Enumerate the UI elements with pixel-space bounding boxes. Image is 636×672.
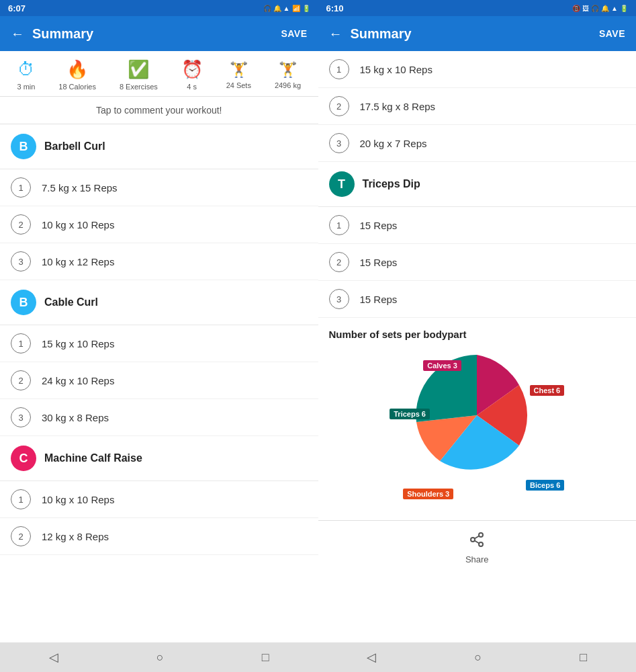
pie-label-shoulders: Shoulders 3 xyxy=(403,489,453,499)
partial-set-1: 1 15 kg x 10 Reps xyxy=(318,51,637,88)
right-app-bar: ← Summary SAVE xyxy=(318,16,637,51)
chart-section: Number of sets per bodypart xyxy=(318,318,637,520)
wifi-icon: ▲ xyxy=(283,5,290,12)
pie-label-chest: Chest 6 xyxy=(530,385,565,396)
signal-icon: 📶 xyxy=(292,5,300,12)
machine-calf-raise-avatar: C xyxy=(11,446,36,471)
right-nav-back-icon[interactable]: ◁ xyxy=(367,650,376,665)
barbell-curl-set-2: 2 10 kg x 10 Reps xyxy=(0,206,318,243)
share-icon xyxy=(469,532,485,552)
chart-title: Number of sets per bodypart xyxy=(329,329,626,340)
set-number-td3: 3 xyxy=(329,289,349,309)
right-nav-recent-icon[interactable]: □ xyxy=(580,650,587,665)
partial-set-detail-2: 17.5 kg x 8 Reps xyxy=(360,101,436,112)
svg-line-3 xyxy=(475,541,480,544)
alarm-icon: ⏰ xyxy=(181,59,203,80)
stat-calories-label: 18 Calories xyxy=(58,83,96,91)
right-nav-home-icon[interactable]: ○ xyxy=(474,650,482,665)
dumbbell-icon: 🏋 xyxy=(230,61,248,79)
stat-time: ⏱ 3 min xyxy=(17,59,35,91)
right-status-time: 6:10 xyxy=(326,3,344,13)
stat-sets: 🏋 24 Sets xyxy=(226,61,251,89)
share-label: Share xyxy=(465,554,489,564)
stats-bar: ⏱ 3 min 🔥 18 Calories ✅ 8 Exercises ⏰ 4 … xyxy=(0,51,318,97)
stat-exercises-label: 8 Exercises xyxy=(120,83,158,91)
left-save-button[interactable]: SAVE xyxy=(281,28,307,39)
set-detail-1: 7.5 kg x 15 Reps xyxy=(42,182,118,194)
barbell-curl-avatar: B xyxy=(11,134,36,159)
stat-duration-label: 4 s xyxy=(187,83,197,91)
partial-set-num-1: 1 xyxy=(329,59,349,79)
exercise-header-machine-calf-raise[interactable]: C Machine Calf Raise xyxy=(0,436,318,481)
timer-icon: ⏱ xyxy=(17,59,35,80)
weight-icon: 🏋 xyxy=(279,61,297,79)
left-nav-home-icon[interactable]: ○ xyxy=(156,650,164,665)
left-back-button[interactable]: ← xyxy=(11,26,24,42)
right-save-button[interactable]: SAVE xyxy=(599,28,625,39)
set-number-mc1: 1 xyxy=(11,489,31,509)
exercise-header-barbell-curl[interactable]: B Barbell Curl xyxy=(0,124,318,169)
set-number-1: 1 xyxy=(11,177,31,198)
pie-label-calves: Calves 3 xyxy=(423,360,461,371)
set-detail-td2: 15 Reps xyxy=(360,257,398,268)
exercise-header-cable-curl[interactable]: B Cable Curl xyxy=(0,280,318,325)
cable-curl-set-2: 2 24 kg x 10 Reps xyxy=(0,362,318,399)
svg-point-2 xyxy=(479,542,483,546)
set-detail-2: 10 kg x 10 Reps xyxy=(42,219,114,230)
set-number-3: 3 xyxy=(11,251,31,271)
set-number-td1: 1 xyxy=(329,215,349,235)
pie-labels: Calves 3 Chest 6 Biceps 6 Shoulders 3 Tr… xyxy=(390,348,564,509)
left-nav-recent-icon[interactable]: □ xyxy=(262,650,269,665)
phone-icon: 📵 xyxy=(572,5,580,12)
partial-set-num-2: 2 xyxy=(329,96,349,116)
svg-point-1 xyxy=(471,538,475,542)
headphone-icon: 🎧 xyxy=(263,5,271,12)
stat-duration: ⏰ 4 s xyxy=(181,59,203,91)
triceps-dip-set-1: 1 15 Reps xyxy=(318,207,637,244)
wifi-icon-r: ▲ xyxy=(611,5,618,12)
partial-set-2: 2 17.5 kg x 8 Reps xyxy=(318,88,637,125)
set-detail-mc2: 12 kg x 8 Reps xyxy=(42,531,109,542)
left-app-bar-title: Summary xyxy=(32,26,281,42)
left-content: B Barbell Curl 1 7.5 kg x 15 Reps 2 10 k… xyxy=(0,124,318,642)
partial-set-detail-3: 20 kg x 7 Reps xyxy=(360,138,427,149)
right-content: 1 15 kg x 10 Reps 2 17.5 kg x 8 Reps 3 2… xyxy=(318,51,637,642)
set-number-td2: 2 xyxy=(329,252,349,272)
right-back-button[interactable]: ← xyxy=(329,26,343,42)
exercise-header-triceps-dip[interactable]: T Triceps Dip xyxy=(318,162,637,207)
comment-prompt: Tap to comment your workout! xyxy=(96,105,222,116)
machine-calf-raise-name: Machine Calf Raise xyxy=(44,452,142,464)
machine-calf-set-2: 2 12 kg x 8 Reps xyxy=(0,518,318,555)
left-status-icons: 🎧 🔔 ▲ 📶 🔋 xyxy=(263,5,310,12)
left-phone-panel: 6:07 🎧 🔔 ▲ 📶 🔋 ← Summary SAVE ⏱ 3 min 🔥 … xyxy=(0,0,318,672)
cable-curl-set-3: 3 30 kg x 8 Reps xyxy=(0,399,318,436)
comment-bar[interactable]: Tap to comment your workout! xyxy=(0,97,318,124)
stat-weight-label: 2496 kg xyxy=(275,81,301,89)
battery-icon-r: 🔋 xyxy=(620,5,628,12)
set-detail-cc2: 24 kg x 10 Reps xyxy=(42,375,114,386)
stat-sets-label: 24 Sets xyxy=(226,81,251,89)
triceps-dip-avatar: T xyxy=(329,171,355,197)
barbell-curl-name: Barbell Curl xyxy=(44,140,105,153)
set-number-cc3: 3 xyxy=(11,407,31,427)
cable-curl-name: Cable Curl xyxy=(44,296,98,308)
set-number-cc1: 1 xyxy=(11,333,31,353)
triceps-dip-set-2: 2 15 Reps xyxy=(318,244,637,281)
left-nav-bar: ◁ ○ □ xyxy=(0,642,318,672)
bell-icon-r: 🔔 xyxy=(601,5,609,12)
set-number-2: 2 xyxy=(11,214,31,235)
share-section[interactable]: Share xyxy=(318,520,637,575)
stat-exercises: ✅ 8 Exercises xyxy=(120,59,158,91)
left-app-bar: ← Summary SAVE xyxy=(0,16,318,51)
right-nav-bar: ◁ ○ □ xyxy=(318,642,637,672)
left-status-bar: 6:07 🎧 🔔 ▲ 📶 🔋 xyxy=(0,0,318,16)
left-nav-back-icon[interactable]: ◁ xyxy=(49,650,58,665)
stat-time-label: 3 min xyxy=(17,83,35,91)
stat-calories: 🔥 18 Calories xyxy=(58,59,96,91)
right-status-bar: 6:10 📵 🖼 🎧 🔔 ▲ 🔋 xyxy=(318,0,637,16)
barbell-curl-set-3: 3 10 kg x 12 Reps xyxy=(0,243,318,280)
set-detail-cc3: 30 kg x 8 Reps xyxy=(42,412,109,423)
pie-label-triceps: Triceps 6 xyxy=(390,409,430,419)
set-number-mc2: 2 xyxy=(11,526,31,546)
stat-weight: 🏋 2496 kg xyxy=(275,61,301,89)
